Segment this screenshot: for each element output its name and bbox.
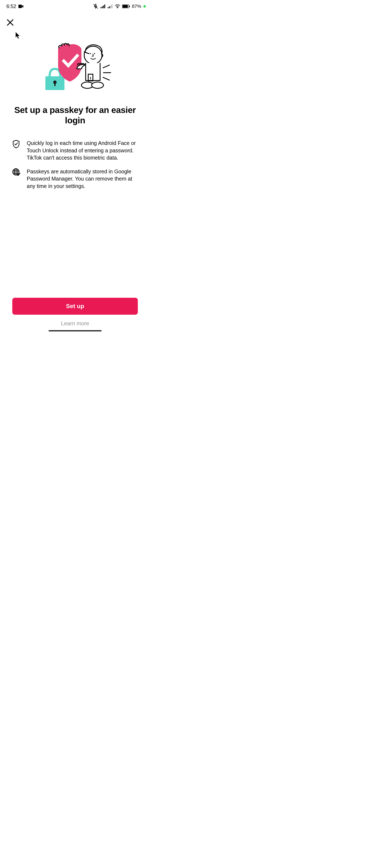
svg-rect-4 (104, 4, 105, 8)
feature-item: Passkeys are automatically stored in Goo… (12, 168, 138, 190)
svg-rect-11 (129, 5, 130, 7)
svg-point-17 (94, 53, 95, 54)
svg-rect-8 (112, 4, 112, 8)
svg-rect-10 (123, 5, 128, 8)
privacy-indicator-dot (143, 5, 146, 8)
signal-icon-1 (100, 4, 106, 8)
status-right: 87% (93, 4, 146, 9)
battery-text: 87% (132, 4, 141, 9)
feature-text: Passkeys are automatically stored in Goo… (27, 168, 138, 190)
svg-rect-0 (19, 5, 22, 8)
svg-rect-2 (102, 6, 102, 8)
svg-rect-6 (109, 6, 110, 8)
wifi-icon (115, 4, 120, 8)
svg-rect-14 (54, 83, 56, 86)
home-indicator[interactable] (49, 330, 101, 332)
status-time: 6:52 (6, 3, 16, 9)
mute-icon (93, 4, 98, 9)
battery-icon (122, 4, 130, 8)
svg-rect-3 (103, 5, 104, 8)
status-bar: 6:52 87% (0, 0, 150, 13)
svg-point-16 (90, 53, 91, 54)
passkey-illustration (39, 41, 111, 90)
shield-check-icon (12, 140, 20, 161)
video-icon (19, 3, 24, 9)
svg-rect-5 (108, 7, 109, 8)
svg-rect-7 (110, 5, 111, 8)
feature-item: Quickly log in each time using Android F… (12, 140, 138, 161)
status-left: 6:52 (6, 3, 24, 9)
globe-check-icon (12, 168, 20, 190)
close-button[interactable] (6, 19, 14, 27)
learn-more-link[interactable]: Learn more (12, 320, 138, 327)
svg-point-21 (92, 82, 103, 88)
svg-line-22 (103, 65, 110, 68)
bottom-actions: Set up Learn more (12, 298, 138, 327)
setup-button[interactable]: Set up (12, 298, 138, 315)
main-content: Set up a passkey for an easier login Qui… (0, 13, 150, 196)
page-title: Set up a passkey for an easier login (12, 105, 138, 126)
feature-list: Quickly log in each time using Android F… (12, 140, 138, 196)
signal-icon-2 (108, 4, 113, 8)
svg-line-24 (103, 78, 110, 80)
feature-text: Quickly log in each time using Android F… (27, 140, 138, 161)
svg-rect-1 (100, 7, 101, 8)
